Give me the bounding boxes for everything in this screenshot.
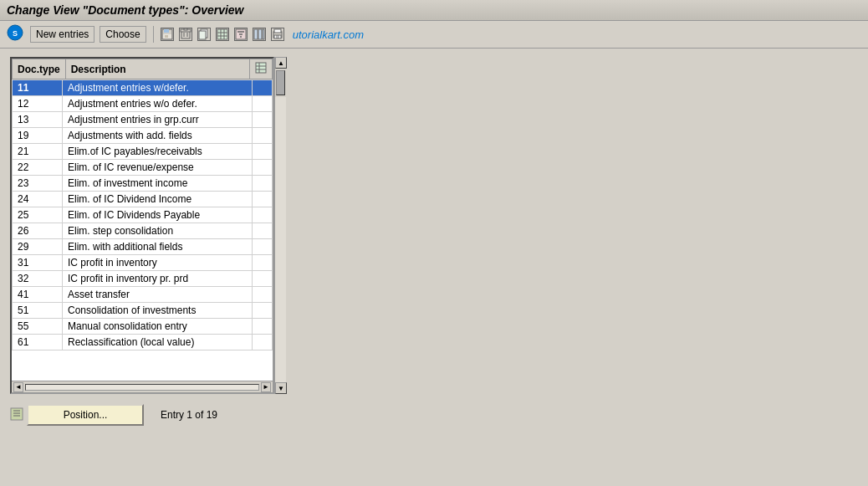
table-row[interactable]: 55Manual consolidation entry: [13, 319, 273, 335]
cell-doctype: 41: [13, 287, 63, 303]
table-row[interactable]: 24Elim. of IC Dividend Income: [13, 192, 273, 207]
cell-empty: [253, 112, 273, 128]
table-wrapper: Doc.type Description: [10, 57, 286, 394]
cell-description: Consolidation of investments: [63, 303, 253, 319]
table-row[interactable]: 61Reclassification (local value): [13, 335, 273, 350]
copy-icon[interactable]: [197, 28, 211, 41]
cell-doctype: 21: [13, 144, 63, 160]
table-row[interactable]: 19Adjustments with add. fields: [13, 128, 273, 144]
svg-rect-22: [254, 29, 258, 39]
cell-doctype: 22: [13, 160, 63, 176]
table-settings-icon[interactable]: [255, 64, 267, 76]
cell-doctype: 29: [13, 239, 63, 255]
data-table-body: 11Adjustment entries w/defer.12Adjustmen…: [12, 79, 273, 350]
cell-empty: [253, 160, 273, 176]
new-entries-button[interactable]: New entries: [30, 26, 94, 43]
cell-empty: [253, 223, 273, 239]
col-header-doctype: Doc.type: [13, 59, 66, 79]
position-icon: [10, 407, 23, 423]
print-icon[interactable]: [271, 28, 284, 41]
cell-empty: [253, 335, 273, 350]
table-row[interactable]: 32IC profit in inventory pr. prd: [13, 271, 273, 287]
vscroll-track[interactable]: [275, 97, 286, 382]
table-row[interactable]: 23Elim. of investment income: [13, 176, 273, 192]
toolbar-separator-1: [153, 26, 154, 43]
svg-rect-30: [256, 63, 266, 73]
cell-empty: [253, 128, 273, 144]
table-body-scroll[interactable]: 11Adjustment entries w/defer.12Adjustmen…: [12, 79, 273, 381]
cell-doctype: 61: [13, 335, 63, 350]
table-row[interactable]: 22Elim. of IC revenue/expense: [13, 160, 273, 176]
cell-empty: [253, 96, 273, 112]
table-row[interactable]: 11Adjustment entries w/defer.: [13, 80, 273, 96]
cell-doctype: 26: [13, 223, 63, 239]
save-icon[interactable]: [161, 28, 174, 41]
table-container: Doc.type Description: [10, 57, 274, 394]
table-row[interactable]: 12Adjustment entries w/o defer.: [13, 96, 273, 112]
table-row[interactable]: 21Elim.of IC payables/receivabls: [13, 144, 273, 160]
cell-empty: [253, 192, 273, 207]
cell-doctype: 19: [13, 128, 63, 144]
svg-rect-3: [164, 29, 169, 33]
page-title: Change View "Document types": Overview: [7, 3, 244, 17]
cell-empty: [253, 287, 273, 303]
svg-rect-34: [11, 408, 23, 420]
cell-description: IC profit in inventory: [63, 255, 253, 271]
table-row[interactable]: 29Elim. with additional fields: [13, 239, 273, 255]
cell-empty: [253, 176, 273, 192]
hscroll-right-arrow[interactable]: ►: [261, 382, 271, 392]
col-header-description: Description: [65, 59, 249, 79]
choose-button[interactable]: Choose: [100, 26, 146, 43]
new-entries-label: New entries: [36, 28, 89, 40]
cell-description: Elim.of IC payables/receivabls: [63, 144, 253, 160]
cell-doctype: 24: [13, 192, 63, 207]
svg-rect-5: [165, 35, 168, 38]
vscroll-thumb[interactable]: [276, 70, 285, 95]
table-row[interactable]: 31IC profit in inventory: [13, 255, 273, 271]
hscroll-left-arrow[interactable]: ◄: [13, 382, 23, 392]
cell-empty: [253, 271, 273, 287]
cell-doctype: 12: [13, 96, 63, 112]
hscroll-track[interactable]: [25, 384, 259, 391]
svg-rect-12: [199, 31, 206, 39]
table-row[interactable]: 13Adjustment entries in grp.curr: [13, 112, 273, 128]
cell-description: IC profit in inventory pr. prd: [63, 271, 253, 287]
position-button-wrapper: Position...: [10, 404, 144, 426]
vertical-scrollbar[interactable]: ▲ ▼: [274, 57, 286, 394]
cell-doctype: 13: [13, 112, 63, 128]
delete-icon[interactable]: [179, 28, 192, 41]
svg-rect-13: [217, 29, 227, 39]
table-row[interactable]: 41Asset transfer: [13, 287, 273, 303]
entry-info: Entry 1 of 19: [161, 409, 217, 421]
cell-description: Asset transfer: [63, 287, 253, 303]
cell-description: Adjustment entries in grp.curr: [63, 112, 253, 128]
bottom-bar: Position... Entry 1 of 19: [10, 404, 858, 426]
table-icon[interactable]: [216, 28, 229, 41]
cell-description: Elim. of IC Dividend Income: [63, 192, 253, 207]
position-button[interactable]: Position...: [27, 404, 144, 426]
table-row[interactable]: 25Elim. of IC Dividends Payable: [13, 207, 273, 223]
cell-empty: [253, 255, 273, 271]
cell-description: Elim. with additional fields: [63, 239, 253, 255]
vscroll-down-arrow[interactable]: ▼: [275, 382, 287, 394]
vscroll-up-arrow[interactable]: ▲: [275, 57, 287, 69]
choose-label: Choose: [105, 28, 140, 40]
svg-rect-24: [263, 29, 264, 39]
cell-description: Elim. of IC revenue/expense: [63, 160, 253, 176]
cell-doctype: 32: [13, 271, 63, 287]
cell-description: Adjustment entries w/defer.: [63, 80, 253, 96]
cell-empty: [253, 80, 273, 96]
cell-empty: [253, 303, 273, 319]
svg-rect-26: [274, 29, 281, 33]
horizontal-scrollbar[interactable]: ◄ ►: [12, 381, 273, 392]
cell-description: Elim. step consolidation: [63, 223, 253, 239]
filter-icon[interactable]: [234, 28, 248, 41]
table-row[interactable]: 26Elim. step consolidation: [13, 223, 273, 239]
cell-description: Reclassification (local value): [63, 335, 253, 350]
main-content: Doc.type Description: [0, 49, 868, 434]
data-table: Doc.type Description: [12, 59, 273, 79]
table-row[interactable]: 51Consolidation of investments: [13, 303, 273, 319]
cell-description: Elim. of investment income: [63, 176, 253, 192]
cell-description: Manual consolidation entry: [63, 319, 253, 335]
column-icon[interactable]: [253, 28, 266, 41]
